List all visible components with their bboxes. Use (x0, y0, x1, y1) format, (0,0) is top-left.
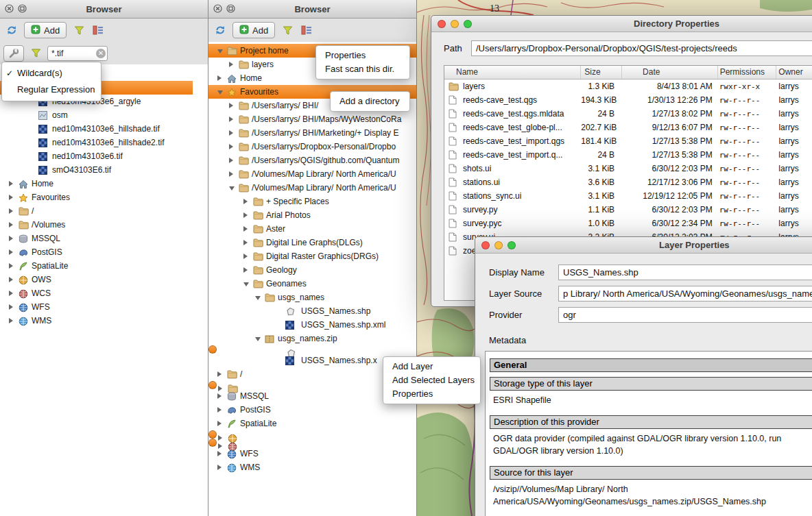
table-row-reeds-cave-test-qgs[interactable]: reeds-cave_test.qgs194.3 KiB1/30/13 12:2… (444, 93, 812, 107)
tree-item-users-larrys-dropbox-personal-dropbo[interactable]: /Users/larrys/Dropbox-Personal/Dropbo (208, 140, 416, 153)
chevron-right-icon[interactable] (9, 249, 13, 255)
chevron-right-icon[interactable] (218, 435, 222, 441)
filter-icon[interactable] (29, 47, 43, 60)
tree-item-wms[interactable]: WMS (0, 314, 208, 328)
chevron-right-icon[interactable] (229, 62, 233, 67)
chevron-right-icon[interactable] (243, 254, 248, 259)
clear-filter-icon[interactable]: ✕ (96, 49, 106, 58)
column-header-name[interactable]: Name (444, 66, 581, 79)
tree-item-smo43103e6-tif[interactable]: smO43103E6.tif (0, 163, 208, 177)
tree-item-users-larrys-bhi-maps-wywestoncora[interactable]: /Users/larrys/ BHI/Maps/WyWestonCoRa (208, 112, 416, 126)
float-panel-icon[interactable] (18, 4, 27, 14)
display-name-input[interactable] (558, 265, 812, 280)
table-row-stations-ui[interactable]: stations.ui3.6 KiB12/17/12 3:06 PMrw-r--… (444, 175, 812, 189)
chevron-right-icon[interactable] (243, 199, 248, 204)
chevron-right-icon[interactable] (9, 208, 13, 214)
tree-item-specific-places[interactable]: + Specific Places (208, 195, 416, 208)
table-row-layers[interactable]: layers1.3 KiB8/4/13 8:01 AMrwxr-xr-xlarr… (444, 79, 812, 93)
tree-item-ned10m43103e6-hillshade-tif[interactable]: ned10m43103e6_hillshade.tif (0, 122, 208, 136)
column-header-permissions[interactable]: Permissions (718, 66, 777, 79)
tree-item-[interactable]: / (0, 204, 208, 218)
chevron-right-icon[interactable] (217, 421, 222, 426)
column-header-size[interactable]: Size (581, 66, 622, 79)
chevron-down-icon[interactable] (229, 186, 235, 191)
tree-item-wfs[interactable]: WFS (208, 447, 416, 460)
tree-item-usgs-names-shp[interactable]: USGS_Names.shp (208, 345, 217, 354)
path-input[interactable] (471, 40, 812, 56)
table-row-survey-pyc[interactable]: survey.pyc1.0 KiB6/30/12 2:34 PMrw-r--r-… (444, 217, 812, 230)
chevron-right-icon[interactable] (9, 222, 13, 228)
minimize-button[interactable] (494, 241, 503, 249)
tree-item-volumes-map-library-north-america-u[interactable]: /Volumes/Map Library/ North America/U (208, 181, 416, 195)
chevron-right-icon[interactable] (229, 103, 233, 108)
chevron-right-icon[interactable] (243, 212, 248, 218)
chevron-right-icon[interactable] (9, 263, 13, 269)
tree-item-favourites[interactable]: Favourites (0, 191, 208, 204)
menu-item-add-layer[interactable]: Add Layer (383, 360, 480, 373)
layer-source-input[interactable] (558, 286, 812, 302)
menu-item-add-selected-layers[interactable]: Add Selected Layers (383, 373, 480, 387)
chevron-right-icon[interactable] (217, 371, 222, 377)
tree-item-ned10m43103e6-tif[interactable]: ned10m43103e6.tif (0, 149, 208, 163)
chevron-right-icon[interactable] (243, 267, 248, 273)
chevron-down-icon[interactable] (217, 90, 223, 95)
tree-item-usgs-names-shp[interactable]: USGS_Names.shp (208, 304, 416, 318)
chevron-down-icon[interactable] (255, 337, 261, 341)
tree-item-volumes[interactable]: /Volumes (0, 218, 208, 232)
table-row-survey-py[interactable]: survey.py1.1 KiB6/30/12 2:03 PMrw-r--r--… (444, 203, 812, 217)
chevron-right-icon[interactable] (217, 393, 222, 399)
close-icon[interactable] (5, 4, 14, 14)
tree-item-ned10m43103e6-hillshade2-tif[interactable]: ned10m43103e6_hillshade2.tif (0, 136, 208, 149)
add-button[interactable]: Add (24, 22, 67, 38)
tree-item-home[interactable]: Home (0, 177, 208, 191)
collapse-tree-icon[interactable] (91, 23, 105, 37)
provider-input[interactable] (558, 307, 812, 323)
chevron-right-icon[interactable] (9, 318, 13, 323)
table-row-reeds-cave-test-import-q[interactable]: reeds-cave_test_import.q...24 B1/27/13 5… (444, 148, 812, 162)
tree-item-geonames[interactable]: Geonames (208, 277, 416, 291)
tree-item-usgs-names-shp-xml[interactable]: USGS_Names.shp.xml (208, 318, 416, 332)
menu-item-properties[interactable]: Properties (316, 49, 409, 62)
tree-item-users-larrys-qgis-github-com-quantum[interactable]: /Users/larrys/QGIS/github.com/Quantum (208, 153, 416, 167)
menu-item-fast-scan-this-dir[interactable]: Fast scan this dir. (316, 62, 409, 76)
tree-item-arial-photos[interactable]: Arial Photos (208, 208, 416, 222)
menu-item-regular-expression[interactable]: Regular Expression (2, 82, 101, 98)
tree-item-wcs[interactable]: WCS (0, 286, 208, 300)
tree-item-wfs[interactable]: WFS (0, 300, 208, 314)
chevron-right-icon[interactable] (9, 291, 13, 296)
chevron-right-icon[interactable] (229, 171, 233, 177)
chevron-down-icon[interactable] (255, 296, 261, 300)
tree-item-volumes[interactable]: /Volumes (208, 381, 217, 389)
dialog-titlebar[interactable]: Layer Properties (475, 237, 812, 254)
chevron-right-icon[interactable] (9, 304, 13, 310)
chevron-right-icon[interactable] (243, 240, 248, 245)
chevron-down-icon[interactable] (217, 49, 223, 53)
tree-item-ows[interactable]: OWS (208, 430, 217, 439)
chevron-right-icon[interactable] (243, 226, 248, 232)
tree-item-mssql[interactable]: MSSQL (0, 232, 208, 245)
tree-item-digital-raster-graphics-drgs[interactable]: Digital Raster Graphics(DRGs) (208, 249, 416, 263)
chevron-down-icon[interactable] (243, 282, 249, 286)
filter-options-button[interactable] (3, 45, 24, 62)
tree-item-osm[interactable]: osm (0, 108, 208, 122)
chevron-right-icon[interactable] (229, 158, 233, 163)
filter-icon[interactable] (72, 23, 86, 37)
tree-item-postgis[interactable]: PostGIS (208, 403, 416, 417)
menu-item-properties[interactable]: Properties (383, 387, 480, 401)
tree-item-spatialite[interactable]: SpatiaLite (0, 259, 208, 273)
tree-item-ows[interactable]: OWS (0, 273, 208, 286)
refresh-icon[interactable] (213, 23, 227, 37)
menu-item-wildcard-s[interactable]: ✓Wildcard(s) (2, 65, 101, 82)
chevron-right-icon[interactable] (229, 116, 233, 122)
tree-item-volumes-map-library-north-america-u[interactable]: /Volumes/Map Library/ North America/U (208, 167, 416, 181)
tree-item-usgs-names-zip[interactable]: usgs_names.zip (208, 332, 416, 345)
zoom-button[interactable] (464, 20, 472, 28)
tree-item-aster[interactable]: Aster (208, 222, 416, 236)
minimize-button[interactable] (451, 20, 459, 28)
chevron-right-icon[interactable] (9, 277, 13, 282)
close-button[interactable] (481, 241, 490, 249)
close-button[interactable] (438, 20, 446, 28)
filter-icon[interactable] (280, 23, 294, 37)
tree-item-wms[interactable]: WMS (208, 460, 416, 474)
chevron-right-icon[interactable] (217, 451, 222, 456)
